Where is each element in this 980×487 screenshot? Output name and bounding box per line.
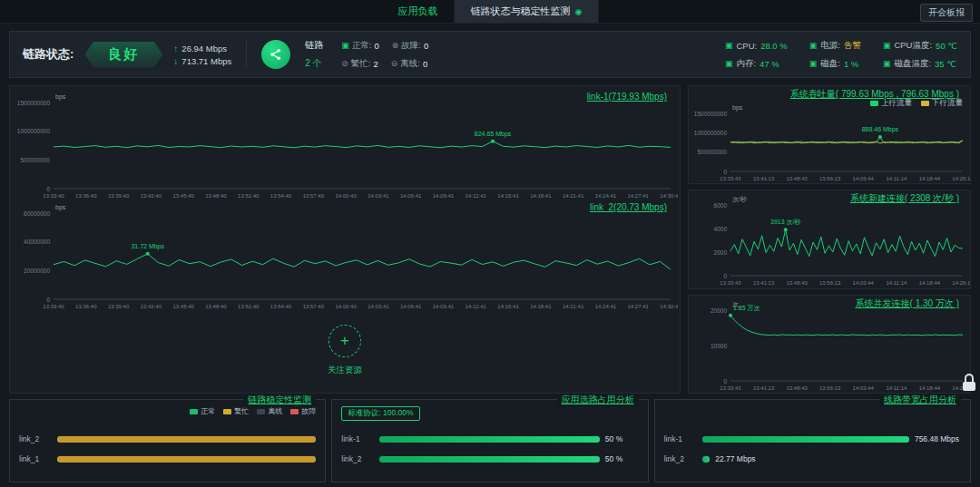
bandwidth-panel: 线路带宽占用分析 link-1 756.48 Mbps link_2 22.77… <box>654 399 971 482</box>
svg-text:14:12:41: 14:12:41 <box>466 304 487 309</box>
svg-text:3913 次/秒: 3913 次/秒 <box>770 219 800 226</box>
bandwidth-bar[interactable] <box>702 436 909 443</box>
upstream-swatch <box>870 101 878 106</box>
svg-text:13:48:43: 13:48:43 <box>786 280 808 286</box>
svg-text:14:15:41: 14:15:41 <box>497 193 519 199</box>
svg-text:14:03:41: 14:03:41 <box>368 304 389 309</box>
disk-metric: ▣ 磁盘: 1 % <box>809 58 861 70</box>
link-status-label: 链路状态: <box>23 46 74 63</box>
svg-text:13:36:40: 13:36:40 <box>75 304 97 309</box>
chart-new-connections-title[interactable]: 系统新建连接( 2308 次/秒 ) <box>850 192 959 205</box>
stability-title[interactable]: 链路稳定性监测 <box>243 394 316 406</box>
memory-metric: ▣ 内存: 47 % <box>725 58 788 70</box>
svg-text:13:41:13: 13:41:13 <box>753 280 775 286</box>
svg-text:0: 0 <box>723 377 727 384</box>
share-icon <box>269 47 283 62</box>
svg-text:13:45:40: 13:45:40 <box>172 193 194 199</box>
routing-row-link1: link-1 50 % <box>341 434 638 443</box>
svg-text:bps: bps <box>55 204 66 211</box>
lock-icon[interactable] <box>961 374 977 394</box>
download-rate: 713.71 Mbps <box>181 56 231 66</box>
svg-text:4000: 4000 <box>714 226 728 232</box>
svg-text:1000000000: 1000000000 <box>17 128 51 134</box>
disk-temp-label: 磁盘温度: <box>894 58 931 70</box>
svg-text:14:00:40: 14:00:40 <box>335 193 357 199</box>
svg-text:13:42:40: 13:42:40 <box>141 304 162 309</box>
bandwidth-title[interactable]: 线路带宽占用分析 <box>879 394 961 406</box>
svg-text:14:30:41: 14:30:41 <box>660 193 678 199</box>
system-charts-column: 系统吞吐量( 799.63 Mbps , 796.63 Mbps ) 上行流量 … <box>688 85 971 394</box>
svg-text:次/秒: 次/秒 <box>732 196 747 203</box>
follow-resource-area: + 关注资源 <box>12 311 678 389</box>
chart-link1-title[interactable]: link-1(719.93 Mbps) <box>587 92 667 102</box>
svg-text:14:09:41: 14:09:41 <box>433 193 455 199</box>
routing-bar[interactable] <box>379 456 600 463</box>
bandwidth-bar[interactable] <box>702 456 710 463</box>
chart-new-connections-plot: 0200040006000次/秒13:33:4313:41:1313:48:43… <box>689 190 970 287</box>
protocol-tag: 标准协议: 100.00% <box>341 406 419 421</box>
share-button[interactable] <box>261 40 290 69</box>
fault-count-item: ⊗ 故障: 0 <box>392 40 428 52</box>
chart-concurrent-connections: 系统并发连接( 1.30 万次 ) 01000020000次13:33:4313… <box>688 295 971 394</box>
disk-temp-metric: ▣ 磁盘温度: 35 ℃ <box>883 58 957 70</box>
cpu-temp-label: CPU温度: <box>894 40 932 52</box>
plus-icon: + <box>340 332 349 350</box>
normal-count-item: ▣ 正常: 0 <box>341 40 378 52</box>
chart-concurrent-connections-title[interactable]: 系统并发连接( 1.30 万次 ) <box>856 297 959 310</box>
svg-text:14:15:41: 14:15:41 <box>497 304 519 309</box>
chart-throughput: 系统吞吐量( 799.63 Mbps , 796.63 Mbps ) 上行流量 … <box>688 85 971 184</box>
routing-title[interactable]: 应用选路占用分析 <box>557 394 639 406</box>
chart-link1: link-1(719.93 Mbps) 05000000001000000000… <box>12 90 678 200</box>
svg-text:13:54:40: 13:54:40 <box>270 193 292 199</box>
downstream-label: 下行流量 <box>932 98 963 109</box>
svg-text:14:18:44: 14:18:44 <box>919 385 941 391</box>
legend-offline: 离线 <box>257 406 282 416</box>
svg-text:14:21:41: 14:21:41 <box>563 193 584 199</box>
status-bar: 链路状态: 良好 ↑ 26.94 Mbps ↓ 713.71 Mbps 链路 ▣ <box>9 31 971 78</box>
tab-status-dot-icon: ◉ <box>575 7 583 16</box>
svg-text:0: 0 <box>46 186 50 192</box>
legend-upstream: 上行流量 <box>870 98 912 109</box>
svg-text:13:56:13: 13:56:13 <box>819 176 841 181</box>
svg-text:13:57:40: 13:57:40 <box>303 304 325 309</box>
svg-text:14:03:44: 14:03:44 <box>853 176 875 181</box>
busy-count-item: ⊘ 繁忙: 2 <box>341 58 377 70</box>
cpu-label: CPU: <box>736 41 757 51</box>
chart-new-connections: 系统新建连接( 2308 次/秒 ) 0200040006000次/秒13:33… <box>688 190 971 288</box>
downstream-swatch <box>921 101 929 106</box>
svg-text:13:48:43: 13:48:43 <box>786 385 808 391</box>
svg-text:bps: bps <box>55 93 66 101</box>
disk-label: 磁盘: <box>820 58 840 70</box>
svg-text:40000000: 40000000 <box>24 239 50 245</box>
stability-bar[interactable] <box>57 436 316 443</box>
stability-bar[interactable] <box>57 456 316 463</box>
svg-text:13:54:40: 13:54:40 <box>270 304 292 309</box>
svg-text:14:06:41: 14:06:41 <box>400 193 422 199</box>
tab-app-load-label: 应用负载 <box>398 5 438 18</box>
up-arrow-icon: ↑ <box>173 44 178 54</box>
svg-text:13:36:40: 13:36:40 <box>75 193 97 199</box>
divider <box>246 41 247 68</box>
busy-icon: ⊘ <box>341 59 348 68</box>
lock-body <box>963 382 975 391</box>
lock-shackle <box>965 374 974 382</box>
add-resource-button[interactable]: + <box>328 325 361 357</box>
bandwidth-row-link2: link_2 22.77 Mbps <box>664 454 961 463</box>
routing-bar[interactable] <box>379 436 600 443</box>
tab-app-load[interactable]: 应用负载 <box>382 0 455 23</box>
legend-busy: 繁忙 <box>223 406 249 416</box>
svg-text:1000000000: 1000000000 <box>694 130 728 136</box>
svg-text:13:33:43: 13:33:43 <box>720 385 741 391</box>
fault-legend-label: 故障 <box>301 406 316 416</box>
svg-text:13:57:40: 13:57:40 <box>303 193 325 199</box>
svg-text:888.46 Mbps: 888.46 Mbps <box>862 126 899 133</box>
svg-text:14:24:41: 14:24:41 <box>595 193 617 199</box>
tab-link-status[interactable]: 链路状态与稳定性监测 ◉ <box>455 0 599 23</box>
disk-temp-value: 35 ℃ <box>935 59 956 69</box>
open-board-button[interactable]: 开会板报 <box>920 4 973 22</box>
offline-count-item: ⊖ 离线: 0 <box>391 58 427 70</box>
upstream-label: 上行流量 <box>881 98 912 109</box>
chart-link2-title[interactable]: link_2(20.73 Mbps) <box>590 202 667 212</box>
svg-text:0: 0 <box>46 297 50 303</box>
cpu-metric: ▣ CPU: 28.0 % <box>725 40 788 52</box>
